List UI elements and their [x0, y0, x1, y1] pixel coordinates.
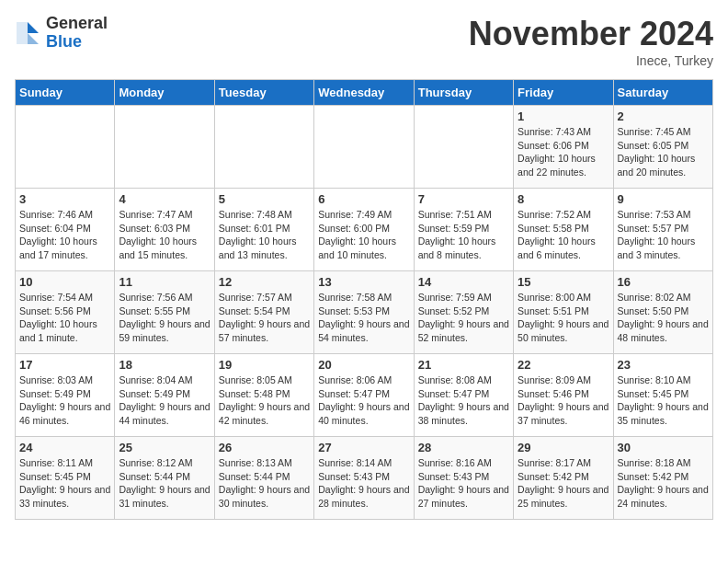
page-header: General Blue November 2024 Inece, Turkey: [15, 15, 713, 68]
calendar-cell: 15Sunrise: 8:00 AM Sunset: 5:51 PM Dayli…: [514, 271, 613, 354]
day-number: 13: [318, 275, 409, 289]
day-number: 21: [418, 358, 509, 372]
day-number: 3: [19, 192, 110, 206]
calendar-cell: 8Sunrise: 7:52 AM Sunset: 5:58 PM Daylig…: [514, 189, 613, 271]
week-row-3: 17Sunrise: 8:03 AM Sunset: 5:49 PM Dayli…: [16, 354, 713, 437]
day-info: Sunrise: 8:12 AM Sunset: 5:44 PM Dayligh…: [119, 456, 210, 511]
day-info: Sunrise: 8:11 AM Sunset: 5:45 PM Dayligh…: [19, 456, 110, 511]
week-row-1: 3Sunrise: 7:46 AM Sunset: 6:04 PM Daylig…: [16, 189, 713, 271]
day-number: 4: [119, 192, 210, 206]
calendar-cell: 11Sunrise: 7:56 AM Sunset: 5:55 PM Dayli…: [115, 271, 214, 354]
calendar-cell: [16, 106, 115, 189]
calendar-cell: 4Sunrise: 7:47 AM Sunset: 6:03 PM Daylig…: [115, 189, 214, 271]
location: Inece, Turkey: [469, 53, 713, 68]
title-section: November 2024 Inece, Turkey: [469, 15, 713, 68]
logo: General Blue: [15, 15, 108, 52]
day-info: Sunrise: 7:49 AM Sunset: 6:00 PM Dayligh…: [318, 208, 409, 262]
day-number: 20: [318, 358, 409, 372]
calendar-cell: 14Sunrise: 7:59 AM Sunset: 5:52 PM Dayli…: [414, 271, 513, 354]
day-number: 19: [219, 358, 310, 372]
day-info: Sunrise: 7:53 AM Sunset: 5:57 PM Dayligh…: [618, 208, 709, 262]
day-number: 9: [618, 192, 709, 206]
calendar-cell: 30Sunrise: 8:18 AM Sunset: 5:42 PM Dayli…: [613, 437, 712, 520]
day-info: Sunrise: 8:14 AM Sunset: 5:43 PM Dayligh…: [318, 456, 409, 511]
calendar-cell: 10Sunrise: 7:54 AM Sunset: 5:56 PM Dayli…: [16, 271, 115, 354]
day-info: Sunrise: 8:00 AM Sunset: 5:51 PM Dayligh…: [518, 291, 609, 345]
day-info: Sunrise: 7:48 AM Sunset: 6:01 PM Dayligh…: [219, 208, 310, 262]
calendar-cell: [214, 106, 313, 189]
day-info: Sunrise: 8:06 AM Sunset: 5:47 PM Dayligh…: [318, 373, 409, 428]
day-number: 28: [418, 441, 509, 454]
calendar-cell: 28Sunrise: 8:16 AM Sunset: 5:43 PM Dayli…: [414, 437, 513, 520]
day-number: 24: [19, 441, 110, 454]
header-day-friday: Friday: [514, 80, 613, 106]
day-number: 8: [518, 192, 609, 206]
calendar-cell: 16Sunrise: 8:02 AM Sunset: 5:50 PM Dayli…: [613, 271, 712, 354]
calendar-cell: 6Sunrise: 7:49 AM Sunset: 6:00 PM Daylig…: [314, 189, 414, 271]
day-info: Sunrise: 7:43 AM Sunset: 6:06 PM Dayligh…: [518, 125, 609, 179]
day-number: 23: [618, 358, 709, 372]
day-number: 26: [219, 441, 310, 454]
day-info: Sunrise: 7:57 AM Sunset: 5:54 PM Dayligh…: [219, 291, 310, 345]
day-number: 10: [19, 275, 110, 289]
calendar-cell: 22Sunrise: 8:09 AM Sunset: 5:46 PM Dayli…: [514, 354, 613, 437]
day-number: 6: [318, 192, 409, 206]
calendar-cell: 24Sunrise: 8:11 AM Sunset: 5:45 PM Dayli…: [16, 437, 115, 520]
calendar-cell: 7Sunrise: 7:51 AM Sunset: 5:59 PM Daylig…: [414, 189, 513, 271]
day-info: Sunrise: 7:52 AM Sunset: 5:58 PM Dayligh…: [518, 208, 609, 262]
day-number: 16: [618, 275, 709, 289]
week-row-0: 1Sunrise: 7:43 AM Sunset: 6:06 PM Daylig…: [16, 106, 713, 189]
calendar-cell: [115, 106, 214, 189]
header-day-saturday: Saturday: [613, 80, 712, 106]
header-row: SundayMondayTuesdayWednesdayThursdayFrid…: [16, 80, 713, 106]
header-day-tuesday: Tuesday: [214, 80, 313, 106]
header-day-thursday: Thursday: [414, 80, 513, 106]
calendar-cell: 2Sunrise: 7:45 AM Sunset: 6:05 PM Daylig…: [613, 106, 712, 189]
svg-marker-0: [28, 22, 39, 33]
day-info: Sunrise: 8:10 AM Sunset: 5:45 PM Dayligh…: [618, 373, 709, 428]
day-info: Sunrise: 8:17 AM Sunset: 5:42 PM Dayligh…: [518, 456, 609, 511]
day-info: Sunrise: 7:54 AM Sunset: 5:56 PM Dayligh…: [19, 291, 110, 345]
day-info: Sunrise: 8:04 AM Sunset: 5:49 PM Dayligh…: [119, 373, 210, 428]
day-number: 29: [518, 441, 609, 454]
svg-marker-1: [28, 33, 39, 44]
calendar-cell: 1Sunrise: 7:43 AM Sunset: 6:06 PM Daylig…: [514, 106, 613, 189]
day-info: Sunrise: 8:09 AM Sunset: 5:46 PM Dayligh…: [518, 373, 609, 428]
calendar-cell: 26Sunrise: 8:13 AM Sunset: 5:44 PM Dayli…: [214, 437, 313, 520]
svg-rect-2: [17, 22, 28, 44]
day-info: Sunrise: 8:03 AM Sunset: 5:49 PM Dayligh…: [19, 373, 110, 428]
day-info: Sunrise: 8:18 AM Sunset: 5:42 PM Dayligh…: [618, 456, 709, 511]
calendar-header: SundayMondayTuesdayWednesdayThursdayFrid…: [16, 80, 713, 106]
day-number: 30: [618, 441, 709, 454]
day-number: 15: [518, 275, 609, 289]
day-number: 25: [119, 441, 210, 454]
calendar-cell: 25Sunrise: 8:12 AM Sunset: 5:44 PM Dayli…: [115, 437, 214, 520]
day-number: 7: [418, 192, 509, 206]
logo-icon: [15, 20, 40, 46]
day-number: 14: [418, 275, 509, 289]
day-info: Sunrise: 7:59 AM Sunset: 5:52 PM Dayligh…: [418, 291, 509, 345]
calendar-cell: 12Sunrise: 7:57 AM Sunset: 5:54 PM Dayli…: [214, 271, 313, 354]
calendar-cell: 9Sunrise: 7:53 AM Sunset: 5:57 PM Daylig…: [613, 189, 712, 271]
calendar-cell: 3Sunrise: 7:46 AM Sunset: 6:04 PM Daylig…: [16, 189, 115, 271]
calendar-body: 1Sunrise: 7:43 AM Sunset: 6:06 PM Daylig…: [16, 106, 713, 520]
day-info: Sunrise: 7:47 AM Sunset: 6:03 PM Dayligh…: [119, 208, 210, 262]
week-row-2: 10Sunrise: 7:54 AM Sunset: 5:56 PM Dayli…: [16, 271, 713, 354]
logo-general: General: [46, 15, 108, 33]
day-number: 27: [318, 441, 409, 454]
calendar-cell: [314, 106, 414, 189]
calendar-cell: 19Sunrise: 8:05 AM Sunset: 5:48 PM Dayli…: [214, 354, 313, 437]
calendar-cell: 29Sunrise: 8:17 AM Sunset: 5:42 PM Dayli…: [514, 437, 613, 520]
day-info: Sunrise: 7:51 AM Sunset: 5:59 PM Dayligh…: [418, 208, 509, 262]
calendar-cell: 18Sunrise: 8:04 AM Sunset: 5:49 PM Dayli…: [115, 354, 214, 437]
header-day-monday: Monday: [115, 80, 214, 106]
calendar-cell: 20Sunrise: 8:06 AM Sunset: 5:47 PM Dayli…: [314, 354, 414, 437]
day-number: 1: [518, 109, 609, 123]
day-number: 12: [219, 275, 310, 289]
day-number: 2: [618, 109, 709, 123]
calendar-cell: 27Sunrise: 8:14 AM Sunset: 5:43 PM Dayli…: [314, 437, 414, 520]
header-day-sunday: Sunday: [16, 80, 115, 106]
day-number: 18: [119, 358, 210, 372]
logo-blue: Blue: [46, 33, 108, 52]
day-info: Sunrise: 8:02 AM Sunset: 5:50 PM Dayligh…: [618, 291, 709, 345]
